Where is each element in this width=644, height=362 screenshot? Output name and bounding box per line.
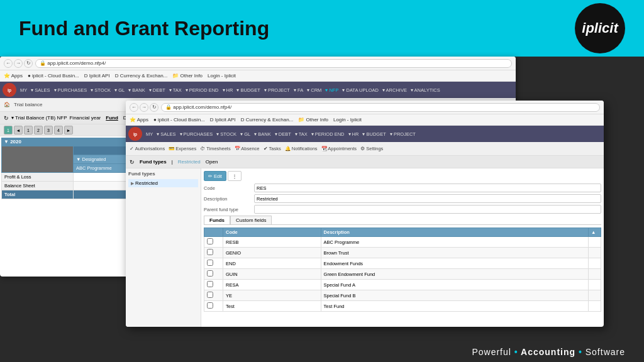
refresh-icon-front[interactable]: ↻ <box>130 159 135 165</box>
more-button[interactable]: ⋮ <box>228 171 242 181</box>
col-code: Code <box>223 228 321 237</box>
nav-period-end-front[interactable]: ▾ PERIOD END <box>311 131 345 137</box>
nav-hr[interactable]: ▾ HR <box>223 87 233 93</box>
reload-button-front[interactable]: ↻ <box>150 103 158 112</box>
page-btn-3[interactable]: 3 <box>44 126 53 134</box>
nav-purchases-front[interactable]: ▾ PURCHASES <box>180 131 213 137</box>
nav-sales-front[interactable]: ▾ SALES <box>157 131 175 137</box>
address-bar-front[interactable]: 🔒 app.iplicit.com/demo.nfp4/ <box>161 103 600 112</box>
lock-icon-front: 🔒 <box>165 104 172 110</box>
appointments-icon[interactable]: 📆 Appointments <box>321 146 357 151</box>
nav-sales[interactable]: ▾ SALES <box>31 87 50 93</box>
tasks-icon[interactable]: ✔ Tasks <box>264 146 281 151</box>
refresh-icon[interactable]: ↻ <box>4 115 9 121</box>
nav-tax[interactable]: ▾ TAX <box>169 87 182 93</box>
nav-stock-front[interactable]: ▾ STOCK <box>216 131 236 137</box>
row-checkbox[interactable] <box>204 248 223 258</box>
nav-stock[interactable]: ▾ STOCK <box>91 87 111 93</box>
nav-my[interactable]: MY <box>20 87 27 93</box>
row-checkbox[interactable] <box>204 280 223 290</box>
timesheets-icon[interactable]: ⏱ Timesheets <box>200 146 230 151</box>
open-filter[interactable]: Open <box>206 159 218 165</box>
footer-powerful: Powerful <box>472 347 511 357</box>
row-checkbox[interactable] <box>204 290 223 301</box>
nav-analytics[interactable]: ▾ ANALYTICS <box>411 87 440 93</box>
tab-fund[interactable]: Fund <box>106 115 118 121</box>
nav-budget[interactable]: ▾ BUDGET <box>236 87 260 93</box>
col-select <box>204 228 223 237</box>
right-panel: ✏ Edit ⋮ Code RES Description Restricted… <box>201 168 604 327</box>
page-btn-active[interactable]: 1 <box>4 126 13 134</box>
nav-fa[interactable]: ▾ FA <box>294 87 303 93</box>
address-bar-back[interactable]: 🔒 app.iplicit.com/demo.nfp4/ <box>35 59 512 68</box>
main-content: ← → ↻ 🔒 app.iplicit.com/demo.nfp4/ ⭐ App… <box>0 57 644 362</box>
list-item: RESA Special Fund A <box>204 280 601 290</box>
nav-gl[interactable]: ▾ GL <box>114 87 125 93</box>
nav-purchases[interactable]: ▾ PURCHASES <box>54 87 87 93</box>
bookmark-login-front[interactable]: Login - Iplicit <box>333 117 362 123</box>
expenses-icon[interactable]: 💳 Expenses <box>169 146 196 151</box>
page-btn-forward[interactable]: ► <box>64 126 73 134</box>
nav-data-upload[interactable]: ▾ DATA UPLOAD <box>342 87 379 93</box>
nav-tax-front[interactable]: ▾ TAX <box>295 131 308 137</box>
row-checkbox[interactable] <box>204 237 223 248</box>
forward-button-front[interactable]: → <box>140 103 148 112</box>
nav-nfp[interactable]: ▾ NFP <box>325 87 338 93</box>
page-btn-2[interactable]: 2 <box>34 126 43 134</box>
nav-bank[interactable]: ▾ BANK <box>128 87 145 93</box>
authorisations-icon[interactable]: ✓ Authorisations <box>130 146 165 151</box>
row-checkbox[interactable] <box>204 301 223 312</box>
page-btn-back[interactable]: ◄ <box>14 126 23 134</box>
reload-button[interactable]: ↻ <box>24 59 33 68</box>
tree-item-restricted[interactable]: ▶ Restricted <box>128 179 198 187</box>
bookmark-other-front[interactable]: 📁 Other Info <box>298 117 328 123</box>
bookmark-currency[interactable]: D Currency & Exchan... <box>115 73 168 79</box>
row-checkbox[interactable] <box>204 269 223 280</box>
bookmark-api[interactable]: D Iplicit API <box>84 73 110 79</box>
bookmark-currency-front[interactable]: D Currency & Exchan... <box>241 117 294 123</box>
nav-bank-front[interactable]: ▾ BANK <box>254 131 271 137</box>
settings-icon[interactable]: ⚙ Settings <box>360 146 383 151</box>
bookmark-api-front[interactable]: D Iplicit API <box>210 117 236 123</box>
back-button-front[interactable]: ← <box>130 103 138 112</box>
code-row: Code RES <box>204 184 601 192</box>
description-value[interactable]: Restricted <box>254 194 601 203</box>
bookmark-apps[interactable]: ⭐ Apps <box>4 73 23 79</box>
nav-crm[interactable]: ▾ CRM <box>307 87 321 93</box>
absence-icon[interactable]: 📅 Absence <box>235 146 260 151</box>
nav-debt[interactable]: ▾ DEBT <box>149 87 165 93</box>
forward-button[interactable]: → <box>14 59 23 68</box>
nav-debt-front[interactable]: ▾ DEBT <box>275 131 291 137</box>
row-desc: Test Fund <box>321 301 588 312</box>
code-value[interactable]: RES <box>254 184 601 192</box>
bookmark-login[interactable]: Login - Iplicit <box>208 73 236 79</box>
parent-fund-label: Parent fund type <box>204 207 254 212</box>
breadcrumb-icon: 🏠 <box>4 102 10 107</box>
page-btn-1[interactable]: 1 <box>24 126 33 134</box>
nav-project[interactable]: ▾ PROJECT <box>264 87 290 93</box>
nav-gl-front[interactable]: ▾ GL <box>240 131 250 137</box>
tab-custom-fields[interactable]: Custom fields <box>230 216 272 224</box>
row-checkbox[interactable] <box>204 258 223 269</box>
edit-button[interactable]: ✏ Edit <box>204 171 226 181</box>
bookmark-cloud-front[interactable]: ● iplicit - Cloud Busin... <box>153 117 205 123</box>
page-btn-4[interactable]: 4 <box>54 126 63 134</box>
restricted-filter[interactable]: Restricted <box>178 159 201 165</box>
back-button[interactable]: ← <box>4 59 13 68</box>
nav-archive[interactable]: ▾ ARCHIVE <box>382 87 407 93</box>
row-more <box>589 301 601 312</box>
bookmark-cloud[interactable]: ● iplicit - Cloud Busin... <box>28 73 79 79</box>
nav-project-front[interactable]: ▾ PROJECT <box>390 131 416 137</box>
nav-my-front[interactable]: MY <box>146 131 153 137</box>
row-bs-label: Balance Sheet <box>2 182 74 190</box>
nav-hr-front[interactable]: ▾ HR <box>348 131 359 137</box>
nav-period-end[interactable]: ▾ PERIOD END <box>186 87 219 93</box>
row-code: GUIN <box>223 269 321 280</box>
notifications-icon[interactable]: 🔔 Notifications <box>285 146 318 151</box>
parent-fund-value[interactable] <box>254 205 601 214</box>
tab-funds[interactable]: Funds <box>204 216 230 224</box>
bookmark-apps-front[interactable]: ⭐ Apps <box>130 117 148 123</box>
nav-budget-front[interactable]: ▾ BUDGET <box>362 131 386 137</box>
bookmark-other[interactable]: 📁 Other Info <box>172 73 203 79</box>
row-desc: Endowment Funds <box>321 258 588 269</box>
